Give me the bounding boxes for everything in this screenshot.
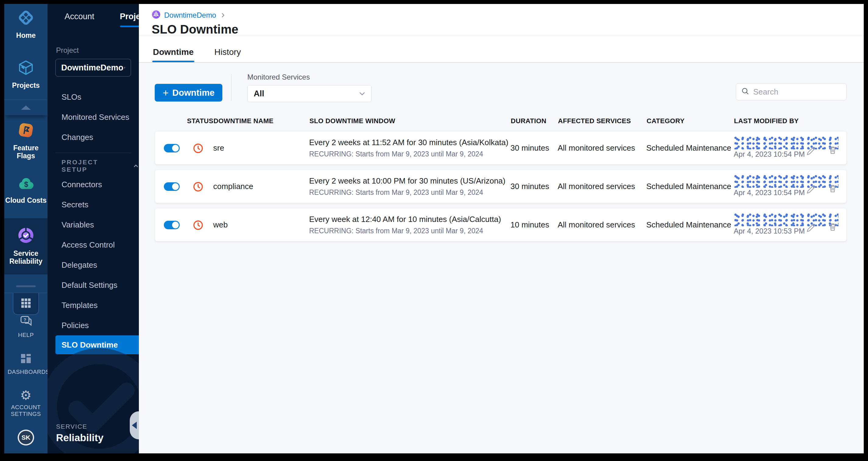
tab-downtime-label: Downtime xyxy=(152,47,194,57)
module-item-service-reliability[interactable]: Service Reliability xyxy=(4,218,48,275)
module-item-home[interactable]: Home xyxy=(4,9,48,39)
table-row[interactable]: sre Every 2 weeks at 11:52 AM for 30 min… xyxy=(155,131,847,165)
downtime-name: sre xyxy=(213,143,224,153)
edit-icon[interactable] xyxy=(806,184,816,196)
duration: 10 minutes xyxy=(510,220,549,230)
sidebar-item-changes[interactable]: Changes xyxy=(48,127,139,147)
gear-icon: ⚙ xyxy=(20,390,32,402)
delete-icon[interactable] xyxy=(828,183,838,195)
project-setup-label: PROJECT SETUP xyxy=(62,159,117,173)
project-setup-section[interactable]: PROJECT SETUP xyxy=(48,157,139,174)
search-input[interactable] xyxy=(753,87,841,97)
main-area: DowntimeDemo SLO Downtime Downtime Histo… xyxy=(139,4,864,453)
tab-account-label: Account xyxy=(65,12,94,21)
dashboards-icon xyxy=(20,352,32,366)
sidebar-item-delegates[interactable]: Delegates xyxy=(48,255,139,275)
chevron-up-icon xyxy=(133,162,139,170)
new-downtime-button[interactable]: + Downtime xyxy=(155,84,222,102)
new-downtime-button-label: Downtime xyxy=(173,88,215,98)
col-category: CATEGORY xyxy=(647,117,685,125)
module-item-feature-flags[interactable]: Feature Flags xyxy=(4,121,48,160)
service-reliability-icon xyxy=(17,226,35,247)
sidebar-divider xyxy=(56,153,131,153)
last-modified-by: Apr 4, 2023 10:53 PM xyxy=(734,213,838,235)
col-last-modified-by: LAST MODIFIED BY xyxy=(734,117,799,125)
search-box xyxy=(736,83,847,100)
status-toggle[interactable] xyxy=(164,182,180,191)
user-avatar[interactable]: SK xyxy=(18,430,34,445)
dashboards-button[interactable]: DASHBOARDS xyxy=(4,352,48,375)
sidebar-item-label: Connectors xyxy=(62,180,102,189)
module-item-cloud-costs[interactable]: $ Cloud Costs xyxy=(4,176,48,204)
cloud-costs-icon: $ xyxy=(17,176,35,193)
help-icon: ? xyxy=(19,315,33,329)
account-settings-button[interactable]: ⚙ ACCOUNT SETTINGS xyxy=(4,390,48,417)
last-modified-by: Apr 4, 2023 10:54 PM xyxy=(734,174,838,197)
last-modified-timestamp: Apr 4, 2023 10:54 PM xyxy=(734,150,838,159)
search-icon xyxy=(741,87,749,97)
sidebar-item-slos[interactable]: SLOs xyxy=(48,87,139,107)
sidebar-item-variables[interactable]: Variables xyxy=(48,214,139,235)
sidebar-collapse-button[interactable] xyxy=(130,411,139,439)
page-tabs: Downtime History xyxy=(139,36,864,63)
help-label: HELP xyxy=(18,332,34,339)
plus-icon: + xyxy=(163,88,169,97)
module-item-projects[interactable]: Projects xyxy=(4,59,48,89)
tab-history-label: History xyxy=(214,47,242,57)
tab-history[interactable]: History xyxy=(214,47,242,62)
chevron-right-icon xyxy=(123,64,126,71)
sidebar-item-connectors[interactable]: Connectors xyxy=(48,174,139,195)
app-window: Home Projects Feature Flags $ Cloud Cost… xyxy=(4,4,864,453)
project-selector[interactable]: DowntimeDemo xyxy=(56,59,131,77)
tab-project[interactable]: Project xyxy=(120,12,139,27)
downtime-name: web xyxy=(213,220,228,230)
chevron-right-icon xyxy=(220,12,226,18)
delete-icon[interactable] xyxy=(828,222,838,233)
sidebar-item-default-settings[interactable]: Default Settings xyxy=(48,275,139,295)
monitored-services-select[interactable]: All xyxy=(247,85,372,102)
account-settings-label: ACCOUNT SETTINGS xyxy=(8,404,44,417)
status-toggle[interactable] xyxy=(164,144,180,152)
tab-downtime[interactable]: Downtime xyxy=(152,47,194,62)
module-browser-button[interactable] xyxy=(13,293,39,315)
module-browser-tab xyxy=(4,293,48,315)
sidebar-item-label: Monitored Services xyxy=(62,113,129,122)
status-toggle[interactable] xyxy=(164,221,180,229)
sidebar-item-monitored-services[interactable]: Monitored Services xyxy=(48,107,139,127)
sidebar-item-policies[interactable]: Policies xyxy=(48,315,139,336)
project-selector-value: DowntimeDemo xyxy=(61,63,123,73)
svg-text:$: $ xyxy=(24,180,28,189)
sidebar-item-label: SLOs xyxy=(62,92,81,102)
sidebar-item-secrets[interactable]: Secrets xyxy=(48,195,139,214)
sidebar-nav: SLOs Monitored Services Changes xyxy=(48,87,139,147)
redacted-user-name xyxy=(734,136,838,149)
downtime-name: compliance xyxy=(213,182,253,191)
table-row[interactable]: compliance Every 2 weeks at 10:00 PM for… xyxy=(155,170,847,203)
help-button[interactable]: ? HELP xyxy=(4,315,48,339)
downtime-table: STATUS DOWNTIME NAME SLO DOWNTIME WINDOW… xyxy=(155,117,847,247)
col-slo-downtime-window: SLO DOWNTIME WINDOW xyxy=(309,117,395,125)
table-row[interactable]: web Every week at 12:40 AM for 10 minute… xyxy=(155,208,847,241)
sidebar-item-access-control[interactable]: Access Control xyxy=(48,235,139,255)
module-scroll-up[interactable] xyxy=(4,100,48,115)
home-icon xyxy=(17,9,35,28)
window-recurrence: RECURRING: Starts from Mar 9, 2023 until… xyxy=(309,150,508,158)
module-label: Service Reliability xyxy=(4,250,48,265)
module-label: Projects xyxy=(12,81,40,89)
col-downtime-name: DOWNTIME NAME xyxy=(214,117,274,125)
edit-icon[interactable] xyxy=(806,223,816,234)
tab-account[interactable]: Account xyxy=(65,12,94,27)
sidebar-item-templates[interactable]: Templates xyxy=(48,295,139,315)
select-value: All xyxy=(254,89,265,98)
scope-tabs: Account Project xyxy=(48,4,139,27)
delete-icon[interactable] xyxy=(828,145,838,156)
breadcrumb-project-link[interactable]: DowntimeDemo xyxy=(164,11,216,20)
sidebar-item-label: Policies xyxy=(62,321,89,330)
sidebar-item-label: Variables xyxy=(62,220,94,230)
module-nav: Home Projects Feature Flags $ Cloud Cost… xyxy=(4,4,48,453)
downtime-window: Every 2 weeks at 10:00 PM for 30 minutes… xyxy=(309,176,505,197)
edit-icon[interactable] xyxy=(806,146,816,157)
recurring-clock-icon xyxy=(193,143,203,154)
module-nav-drag-handle[interactable] xyxy=(16,285,36,287)
sidebar-item-label: Delegates xyxy=(62,260,97,270)
